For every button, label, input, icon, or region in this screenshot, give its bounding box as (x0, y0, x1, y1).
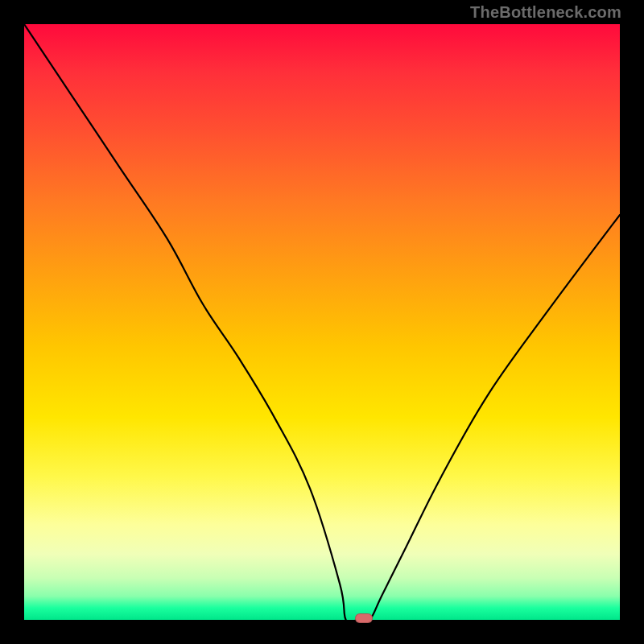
bottleneck-curve (24, 24, 620, 620)
chart-container: TheBottleneck.com (0, 0, 644, 644)
watermark-label: TheBottleneck.com (470, 3, 621, 22)
curve-path (24, 24, 620, 620)
plot-area (24, 24, 620, 620)
optimal-point-marker (355, 613, 373, 623)
